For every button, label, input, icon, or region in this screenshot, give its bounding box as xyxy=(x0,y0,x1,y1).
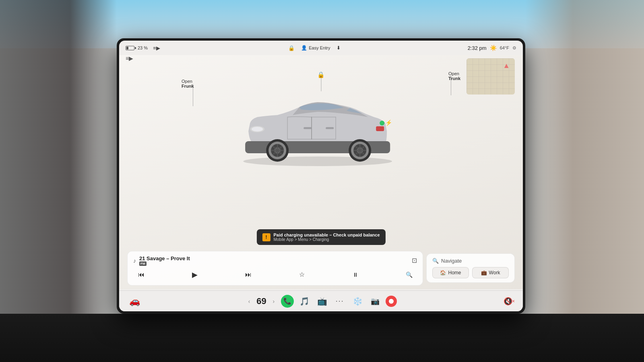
notification-banner[interactable]: ! Paid charging unavailable – Check unpa… xyxy=(256,229,385,245)
svg-rect-21 xyxy=(303,127,312,129)
media-icon[interactable]: ≡▶ xyxy=(152,43,161,53)
airplay-icon[interactable]: ⊡ xyxy=(412,257,417,264)
speed-next-arrow[interactable]: › xyxy=(272,298,275,304)
frunk-open-text: Open xyxy=(182,79,194,84)
taskbar-right: 🔇 × xyxy=(504,297,515,306)
nav-arrow: ▲ xyxy=(503,62,510,70)
warning-icon: ! xyxy=(262,233,270,241)
car-overview-button[interactable]: 🚗 xyxy=(127,294,142,309)
music-controls: ⏮ ▶ ⏭ ☆ ⏸ 🔍 xyxy=(133,268,417,281)
phone-icon: 📞 xyxy=(283,297,291,305)
taskbar: 🚗 ‹ 69 › 📞 🎵 📺 ··· ❄️ 📷 � xyxy=(119,290,523,311)
frunk-sub-text: Frunk xyxy=(182,84,194,88)
volume-button[interactable]: 🔇 × xyxy=(504,297,515,306)
temp-display: 64°F xyxy=(500,45,509,50)
work-nav-button[interactable]: 💼 Work xyxy=(472,267,509,278)
easy-entry-label: Easy Entry xyxy=(309,45,330,50)
play-pause-button[interactable]: ▶ xyxy=(188,268,201,281)
svg-point-0 xyxy=(243,156,392,166)
notif-subtitle: Mobile App > Menu > Charging xyxy=(273,237,380,242)
music-note-icon: ♪ xyxy=(133,257,136,264)
favorite-button[interactable]: ☆ xyxy=(295,268,308,281)
next-track-button[interactable]: ⏭ xyxy=(242,268,255,281)
music-player: ♪ 21 Savage – Prove It FM ⊡ ⏮ ▶ ⏭ ☆ xyxy=(127,251,423,286)
top-left-icons: ≡▶ xyxy=(126,55,133,62)
volume-icon: 🔇 xyxy=(504,297,512,306)
svg-point-23 xyxy=(380,121,384,125)
phone-button[interactable]: 📞 xyxy=(281,295,294,308)
battery-icon xyxy=(126,46,136,50)
time-display: 2:32 pm xyxy=(468,45,487,51)
trunk-sub-text: Trunk xyxy=(448,76,460,81)
navigate-label: Navigate xyxy=(441,258,462,264)
music-meta: 21 Savage – Prove It FM xyxy=(139,255,190,266)
speed-display: 69 xyxy=(253,296,269,306)
tesla-screen-frame: 23 % ≡▶ 🔒 👤 Easy Entry ⬇ 2:32 pm ☀️ 64°F… xyxy=(117,38,525,314)
more-apps-button[interactable]: ··· xyxy=(332,294,347,309)
music-app-button[interactable]: 🎵 xyxy=(297,294,312,309)
svg-text:⚡: ⚡ xyxy=(385,119,392,126)
music-title-area: ♪ 21 Savage – Prove It FM xyxy=(133,255,190,266)
battery-fill xyxy=(126,47,128,49)
notification-text: Paid charging unavailable – Check unpaid… xyxy=(273,232,380,242)
bottom-controls: ♪ 21 Savage – Prove It FM ⊡ ⏮ ▶ ⏭ ☆ xyxy=(119,247,523,289)
status-bar: 23 % ≡▶ 🔒 👤 Easy Entry ⬇ 2:32 pm ☀️ 64°F… xyxy=(119,41,523,55)
lock-icon-status: 🔒 xyxy=(288,45,295,51)
fm-badge: FM xyxy=(139,261,147,266)
car-visualization: ⚡ xyxy=(229,83,406,167)
nav-search-row[interactable]: 🔍 Navigate xyxy=(432,258,509,264)
search-icon: 🔍 xyxy=(432,258,439,264)
battery-tip xyxy=(135,47,136,49)
music-info: ♪ 21 Savage – Prove It FM ⊡ xyxy=(133,255,417,266)
dashboard-bottom xyxy=(0,314,644,362)
settings-icon[interactable]: ⚙ xyxy=(512,45,516,51)
equalizer-button[interactable]: ⏸ xyxy=(349,268,362,281)
easy-entry-badge[interactable]: 👤 Easy Entry xyxy=(301,45,330,51)
volume-x: × xyxy=(512,298,515,304)
navigate-panel: 🔍 Navigate 🏠 Home 💼 Work xyxy=(426,253,515,283)
svg-point-3 xyxy=(252,127,263,132)
taskbar-center: ‹ 69 › 📞 🎵 📺 ··· ❄️ 📷 xyxy=(248,294,397,309)
notif-title: Paid charging unavailable – Check unpaid… xyxy=(273,232,380,237)
person-icon: 👤 xyxy=(301,45,307,51)
rec-dot xyxy=(389,299,394,304)
camera-button[interactable]: 📷 xyxy=(368,294,382,309)
dashboard-left-trim xyxy=(0,0,117,314)
sun-icon: ☀️ xyxy=(490,45,497,51)
car-svg: ⚡ xyxy=(229,83,406,167)
trunk-label[interactable]: Open Trunk xyxy=(448,71,460,81)
status-center: 🔒 👤 Easy Entry ⬇ xyxy=(288,45,341,51)
battery-indicator: 23 % xyxy=(126,45,148,50)
song-title: 21 Savage – Prove It xyxy=(139,255,190,261)
frunk-label[interactable]: Open Frunk xyxy=(182,79,194,88)
speed-prev-arrow[interactable]: ‹ xyxy=(248,298,250,304)
home-icon: 🏠 xyxy=(440,270,446,276)
dashboard-right-trim xyxy=(525,0,644,314)
prev-track-button[interactable]: ⏮ xyxy=(135,268,148,281)
trunk-open-text: Open xyxy=(448,71,460,76)
lock-line xyxy=(321,77,321,91)
download-icon: ⬇ xyxy=(336,45,341,51)
battery-body xyxy=(126,46,134,50)
video-app-button[interactable]: 📺 xyxy=(315,294,329,309)
work-icon: 💼 xyxy=(481,270,487,276)
svg-rect-4 xyxy=(376,126,384,131)
nav-map-overlay[interactable]: ▲ xyxy=(466,58,515,95)
record-button[interactable] xyxy=(386,296,397,307)
tesla-screen: 23 % ≡▶ 🔒 👤 Easy Entry ⬇ 2:32 pm ☀️ 64°F… xyxy=(119,41,523,311)
battery-percent: 23 % xyxy=(138,45,148,50)
search-music-button[interactable]: 🔍 xyxy=(402,268,415,281)
list-icon[interactable]: ≡▶ xyxy=(126,55,133,62)
svg-rect-22 xyxy=(326,127,334,129)
car-lock-icon: 🔒 xyxy=(317,71,325,78)
taskbar-left: 🚗 xyxy=(127,294,142,309)
song-source: FM xyxy=(139,261,190,266)
nav-quick-buttons: 🏠 Home 💼 Work xyxy=(432,267,509,278)
climate-button[interactable]: ❄️ xyxy=(350,294,365,309)
status-left: 23 % ≡▶ xyxy=(126,43,161,53)
status-right: 2:32 pm ☀️ 64°F ⚙ xyxy=(468,45,516,51)
work-label: Work xyxy=(489,270,500,276)
home-nav-button[interactable]: 🏠 Home xyxy=(432,267,469,278)
home-label: Home xyxy=(448,270,461,276)
